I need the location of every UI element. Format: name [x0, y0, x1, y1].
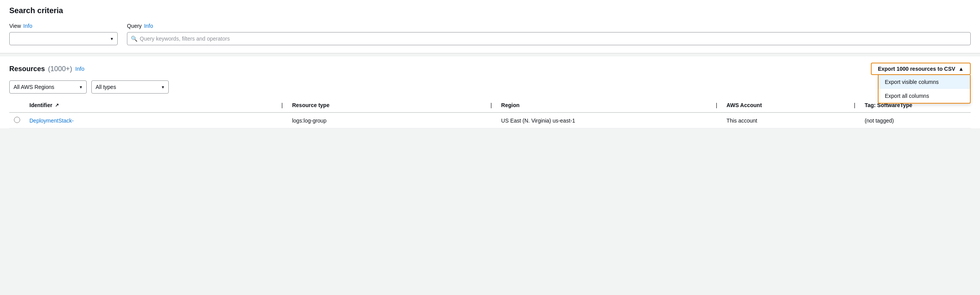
th-resource-type: Resource type	[288, 98, 486, 113]
export-button-wrapper: Export 1000 resources to CSV ▲ Export vi…	[871, 63, 971, 75]
query-label: Query	[127, 23, 142, 29]
row-separator-2	[486, 113, 497, 128]
view-select-wrapper: Default view Custom view ▼	[9, 32, 118, 45]
view-label: View	[9, 23, 21, 29]
query-label-group: Query Info	[127, 23, 971, 29]
col-separator-2: |	[486, 98, 497, 113]
row-region-cell: US East (N. Virginia) us-east-1	[497, 113, 711, 128]
search-row: View Info Default view Custom view ▼ Que…	[9, 23, 971, 45]
th-region: Region	[497, 98, 711, 113]
export-visible-columns-item[interactable]: Export visible columns	[879, 75, 970, 89]
row-separator-3	[711, 113, 722, 128]
view-field-group: View Info Default view Custom view ▼	[9, 23, 118, 45]
row-resource-type-cell: logs:log-group	[288, 113, 486, 128]
th-aws-account: AWS Account	[722, 98, 849, 113]
resources-header: Resources (1000+) Info Export 1000 resou…	[9, 63, 971, 75]
resources-count: (1000+)	[48, 65, 72, 73]
th-radio	[9, 98, 25, 113]
types-filter-wrapper: All types EC2 Instance S3 Bucket Lambda …	[91, 80, 169, 94]
types-filter-select[interactable]: All types EC2 Instance S3 Bucket Lambda …	[91, 80, 169, 94]
row-radio-input[interactable]	[14, 117, 20, 123]
export-arrow-icon: ▲	[958, 66, 964, 72]
export-csv-button[interactable]: Export 1000 resources to CSV ▲	[871, 63, 971, 75]
external-link-icon: ↗	[55, 102, 59, 108]
resources-info-link[interactable]: Info	[75, 66, 84, 72]
row-tag-cell: (not tagged)	[860, 113, 971, 128]
col-separator-1: |	[277, 98, 288, 113]
export-dropdown-menu: Export visible columns Export all column…	[878, 75, 971, 104]
query-input-wrapper: 🔍	[127, 32, 971, 45]
table-row: DeploymentStack- logs:log-group US East …	[9, 113, 971, 128]
query-info-link[interactable]: Info	[144, 23, 153, 29]
page-title: Search criteria	[9, 6, 971, 15]
regions-filter-select[interactable]: All AWS Regions us-east-1 us-west-2 eu-w…	[9, 80, 87, 94]
row-separator-1	[277, 113, 288, 128]
query-field-group: Query Info 🔍	[127, 23, 971, 45]
row-account-cell: This account	[722, 113, 849, 128]
section-divider	[0, 53, 980, 56]
resources-table: Identifier ↗ | Resource type | Region | …	[9, 98, 971, 128]
regions-filter-wrapper: All AWS Regions us-east-1 us-west-2 eu-w…	[9, 80, 87, 94]
view-label-group: View Info	[9, 23, 118, 29]
filters-row: All AWS Regions us-east-1 us-west-2 eu-w…	[9, 80, 971, 94]
col-separator-3: |	[711, 98, 722, 113]
view-info-link[interactable]: Info	[23, 23, 32, 29]
table-body: DeploymentStack- logs:log-group US East …	[9, 113, 971, 128]
view-select[interactable]: Default view Custom view	[9, 32, 118, 45]
resources-title: Resources	[9, 65, 45, 73]
search-criteria-section: Search criteria View Info Default view C…	[0, 0, 980, 53]
row-radio-cell	[9, 113, 25, 128]
page-container: Search criteria View Info Default view C…	[0, 0, 980, 295]
export-button-label: Export 1000 resources to CSV	[878, 66, 955, 72]
row-identifier-cell: DeploymentStack-	[25, 113, 277, 128]
th-identifier: Identifier ↗	[25, 98, 277, 113]
query-input[interactable]	[127, 32, 971, 45]
resources-section: Resources (1000+) Info Export 1000 resou…	[0, 56, 980, 128]
resource-identifier-link[interactable]: DeploymentStack-	[29, 118, 74, 124]
export-all-columns-item[interactable]: Export all columns	[879, 89, 970, 103]
table-header-row: Identifier ↗ | Resource type | Region | …	[9, 98, 971, 113]
col-separator-4: |	[849, 98, 860, 113]
resources-title-group: Resources (1000+) Info	[9, 65, 84, 73]
row-separator-4	[849, 113, 860, 128]
